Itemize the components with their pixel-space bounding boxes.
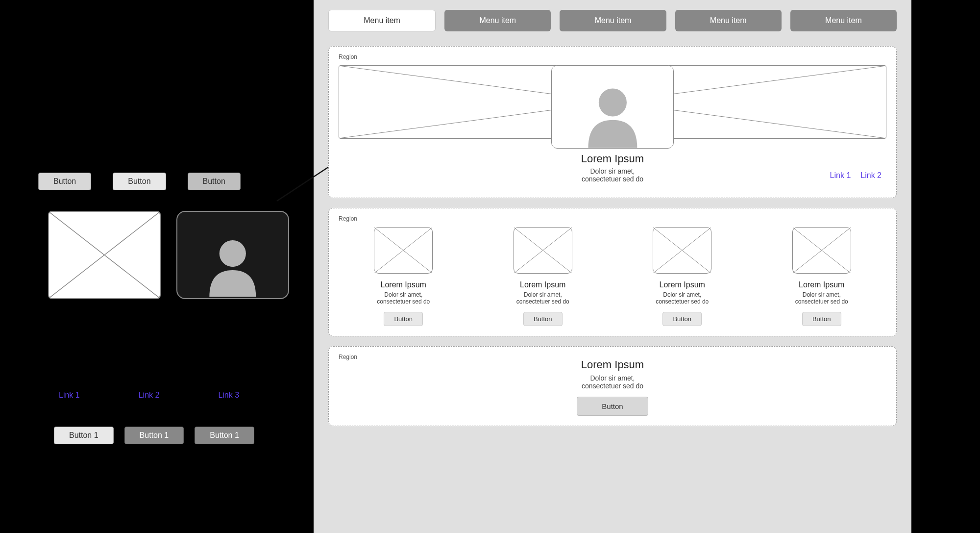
palette-button1-light[interactable]: Button 1 <box>54 427 114 444</box>
card-button[interactable]: Button <box>662 312 702 326</box>
card-image-placeholder <box>374 227 433 274</box>
image-placeholder <box>48 211 161 299</box>
palette-button1-gray2[interactable]: Button 1 <box>195 427 254 444</box>
person-icon <box>576 78 649 148</box>
card-button[interactable]: Button <box>523 312 563 326</box>
cta-button[interactable]: Button <box>577 397 648 416</box>
card: Lorem Ipsum Dolor sir amet, consectetuer… <box>343 227 464 326</box>
palette-link-2[interactable]: Link 2 <box>139 391 160 400</box>
crossed-box-icon <box>653 228 711 273</box>
palette-button-variant-1[interactable]: Button <box>38 173 91 190</box>
hero-avatar <box>551 65 674 149</box>
region-label: Region <box>339 215 886 222</box>
crossed-box-icon <box>374 228 432 273</box>
menu-item-5[interactable]: Menu item <box>790 10 897 31</box>
cards-region: Region Lorem Ipsum Dolor sir amet, conse… <box>328 208 897 336</box>
cta-region: Region Lorem Ipsum Dolor sir amet, conse… <box>328 346 897 426</box>
card-title: Lorem Ipsum <box>520 280 565 289</box>
crossed-box-icon <box>793 228 851 273</box>
top-menu: Menu item Menu item Menu item Menu item … <box>328 10 897 31</box>
crossed-box-icon <box>49 212 160 298</box>
region-label: Region <box>339 53 886 60</box>
palette-button-variant-3[interactable]: Button <box>188 173 241 190</box>
card-title: Lorem Ipsum <box>381 280 426 289</box>
card-subtitle: Dolor sir amet, consectetuer sed do <box>795 291 848 305</box>
component-palette: Button Button Button Link 1 Link 2 Link … <box>0 0 314 533</box>
card: Lorem Ipsum Dolor sir amet, consectetuer… <box>761 227 882 326</box>
card-image-placeholder <box>653 227 711 274</box>
hero-link-1[interactable]: Link 1 <box>830 171 851 180</box>
palette-link-3[interactable]: Link 3 <box>218 391 239 400</box>
hero-subtitle: Dolor sir amet, consectetuer sed do <box>339 167 886 183</box>
card-subtitle: Dolor sir amet, consectetuer sed do <box>377 291 430 305</box>
card-subtitle: Dolor sir amet, consectetuer sed do <box>516 291 569 305</box>
svg-point-6 <box>598 89 626 117</box>
avatar-placeholder <box>176 211 289 299</box>
menu-item-4[interactable]: Menu item <box>675 10 782 31</box>
hero-region: Region Lorem Ipsum Dolor sir amet, conse… <box>328 46 897 198</box>
wireframe-page: Menu item Menu item Menu item Menu item … <box>314 0 911 533</box>
card-title: Lorem Ipsum <box>660 280 705 289</box>
region-label: Region <box>339 354 357 360</box>
palette-button1-gray[interactable]: Button 1 <box>124 427 184 444</box>
card-title: Lorem Ipsum <box>799 280 844 289</box>
palette-button-variant-2[interactable]: Button <box>113 173 166 190</box>
person-icon <box>199 229 266 298</box>
menu-item-3[interactable]: Menu item <box>560 10 666 31</box>
card-button[interactable]: Button <box>384 312 423 326</box>
card-button[interactable]: Button <box>802 312 841 326</box>
card: Lorem Ipsum Dolor sir amet, consectetuer… <box>483 227 603 326</box>
menu-item-2[interactable]: Menu item <box>444 10 551 31</box>
hero-title: Lorem Ipsum <box>339 152 886 165</box>
card-image-placeholder <box>792 227 851 274</box>
card-subtitle: Dolor sir amet, consectetuer sed do <box>656 291 709 305</box>
hero-link-2[interactable]: Link 2 <box>860 171 882 180</box>
cta-subtitle: Dolor sir amet, consectetuer sed do <box>339 374 886 390</box>
menu-item-1[interactable]: Menu item <box>328 10 436 31</box>
card-image-placeholder <box>514 227 572 274</box>
card: Lorem Ipsum Dolor sir amet, consectetuer… <box>622 227 742 326</box>
crossed-box-icon <box>514 228 572 273</box>
cta-title: Lorem Ipsum <box>339 358 886 371</box>
svg-point-2 <box>220 240 246 267</box>
palette-link-1[interactable]: Link 1 <box>59 391 80 400</box>
